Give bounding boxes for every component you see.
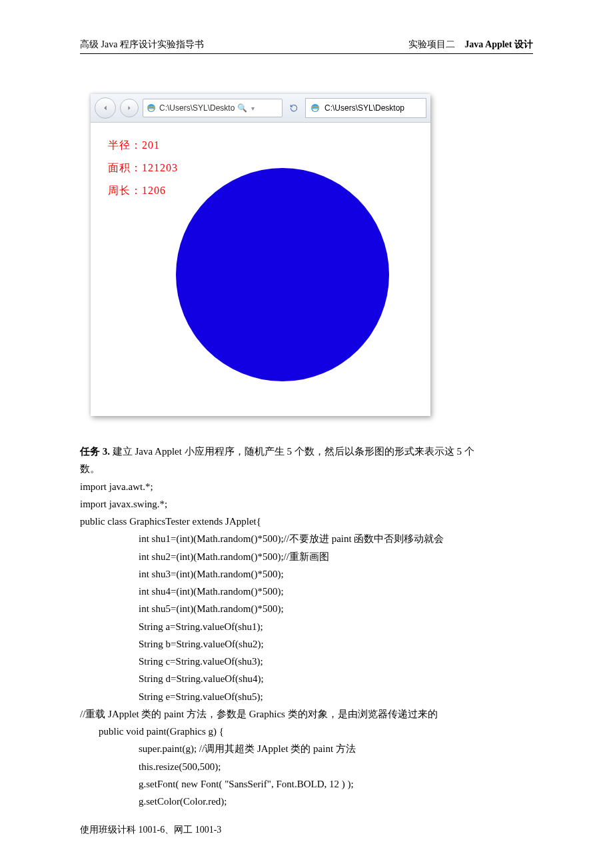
code-line: String e=String.valueOf(shu5); — [80, 688, 533, 705]
header-title: Java Applet 设计 — [464, 39, 533, 51]
code-line: int shu3=(int)(Math.random()*500); — [80, 565, 533, 583]
search-icon: 🔍 — [237, 103, 247, 113]
applet-canvas: 半径：201 面积：121203 周长：1206 — [91, 123, 430, 416]
code-line: super.paint(g); //调用其超类 JApplet 类的 paint… — [80, 740, 533, 757]
document-body: 任务 3. 建立 Java Applet 小应用程序，随机产生 5 个数，然后以… — [80, 443, 533, 810]
arrow-right-icon — [125, 104, 133, 112]
address-text: C:\Users\SYL\Deskto — [159, 103, 235, 113]
applet-radius-label: 半径：201 — [108, 139, 160, 153]
code-line: String a=String.valueOf(shu1); — [80, 618, 533, 635]
code-line: int shu1=(int)(Math.random()*500);//不要放进… — [80, 530, 533, 547]
dropdown-icon[interactable]: ▾ — [251, 105, 255, 112]
document-page: 高级 Java 程序设计实验指导书 实验项目二 Java Applet 设计 C… — [0, 0, 613, 868]
code-line: g.setColor(Color.red); — [80, 793, 533, 810]
code-line: g.setFont( new Font( "SansSerif", Font.B… — [80, 775, 533, 793]
arrow-left-icon — [101, 103, 110, 113]
code-line: int shu5=(int)(Math.random()*500); — [80, 600, 533, 617]
address-bar[interactable]: C:\Users\SYL\Deskto 🔍 ▾ — [143, 99, 283, 117]
header-project: 实验项目二 — [408, 39, 455, 51]
code-line: import javax.swing.*; — [80, 495, 533, 513]
applet-circle — [176, 168, 389, 381]
browser-screenshot: C:\Users\SYL\Deskto 🔍 ▾ C:\Users\SYL\Des… — [91, 94, 430, 416]
code-line: String d=String.valueOf(shu4); — [80, 670, 533, 687]
page-footer: 使用班级计科 1001-6、网工 1001-3 — [80, 824, 221, 836]
code-line: String b=String.valueOf(shu2); — [80, 635, 533, 653]
code-line: int shu4=(int)(Math.random()*500); — [80, 583, 533, 600]
code-line: //重载 JApplet 类的 paint 方法，参数是 Graphics 类的… — [80, 705, 533, 723]
header-left: 高级 Java 程序设计实验指导书 — [80, 39, 204, 51]
task-line-1: 任务 3. 建立 Java Applet 小应用程序，随机产生 5 个数，然后以… — [80, 443, 533, 460]
code-line: String c=String.valueOf(shu3); — [80, 653, 533, 670]
back-button[interactable] — [95, 97, 116, 119]
code-line: public void paint(Graphics g) { — [80, 723, 533, 740]
code-line: import java.awt.*; — [80, 478, 533, 495]
forward-button[interactable] — [120, 99, 139, 117]
header-right: 实验项目二 Java Applet 设计 — [408, 39, 533, 51]
task-line-2: 数。 — [80, 460, 533, 477]
refresh-button[interactable] — [287, 101, 301, 115]
tab-title: C:\Users\SYL\Desktop — [324, 103, 404, 113]
applet-circumference-label: 周长：1206 — [108, 184, 166, 198]
applet-area-label: 面积：121203 — [108, 161, 178, 175]
refresh-icon — [289, 103, 299, 113]
page-header: 高级 Java 程序设计实验指导书 实验项目二 Java Applet 设计 — [80, 39, 533, 54]
browser-tab[interactable]: C:\Users\SYL\Desktop — [305, 98, 426, 118]
task-label: 任务 3. — [80, 446, 110, 457]
browser-chrome: C:\Users\SYL\Deskto 🔍 ▾ C:\Users\SYL\Des… — [91, 94, 430, 123]
task-desc-a: 建立 Java Applet 小应用程序，随机产生 5 个数，然后以条形图的形式… — [110, 446, 474, 457]
code-line: public class GraphicsTester extends JApp… — [80, 513, 533, 530]
code-line: this.resize(500,500); — [80, 758, 533, 775]
code-line: int shu2=(int)(Math.random()*500);//重新画图 — [80, 548, 533, 565]
ie-icon — [310, 103, 320, 113]
ie-icon — [146, 103, 157, 113]
